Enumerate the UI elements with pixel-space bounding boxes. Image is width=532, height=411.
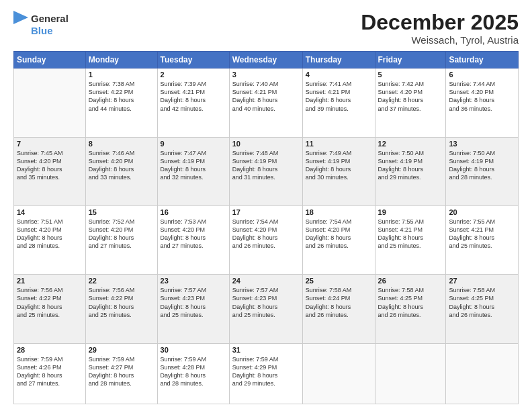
table-row: 20Sunrise: 7:55 AMSunset: 4:21 PMDayligh… (446, 205, 519, 274)
day-number: 29 (89, 346, 154, 354)
table-row: 17Sunrise: 7:54 AMSunset: 4:20 PMDayligh… (229, 205, 302, 274)
month-title: December 2025 (361, 11, 519, 34)
day-number: 14 (17, 208, 83, 216)
page-header: General Blue December 2025 Weissach, Tyr… (13, 11, 519, 46)
day-number: 18 (306, 208, 372, 216)
logo-triangle-icon (13, 11, 28, 36)
location-subtitle: Weissach, Tyrol, Austria (361, 34, 519, 46)
day-info: Sunrise: 7:56 AMSunset: 4:22 PMDaylight:… (89, 286, 154, 319)
table-row: 11Sunrise: 7:49 AMSunset: 4:19 PMDayligh… (302, 137, 375, 205)
table-row: 30Sunrise: 7:59 AMSunset: 4:28 PMDayligh… (157, 343, 229, 404)
day-number: 26 (378, 277, 443, 285)
table-row: 4Sunrise: 7:41 AMSunset: 4:21 PMDaylight… (302, 68, 375, 137)
table-row: 15Sunrise: 7:52 AMSunset: 4:20 PMDayligh… (85, 205, 157, 274)
calendar-week-row: 21Sunrise: 7:56 AMSunset: 4:22 PMDayligh… (14, 275, 519, 343)
day-info: Sunrise: 7:48 AMSunset: 4:19 PMDaylight:… (232, 149, 300, 182)
col-wednesday: Wednesday (229, 52, 302, 68)
logo-blue: Blue (31, 25, 69, 37)
table-row: 21Sunrise: 7:56 AMSunset: 4:22 PMDayligh… (14, 275, 86, 343)
day-info: Sunrise: 7:42 AMSunset: 4:20 PMDaylight:… (378, 80, 443, 113)
day-number: 23 (161, 277, 226, 285)
calendar-week-row: 28Sunrise: 7:59 AMSunset: 4:26 PMDayligh… (14, 343, 519, 404)
day-number: 1 (89, 71, 154, 79)
day-info: Sunrise: 7:59 AMSunset: 4:27 PMDaylight:… (89, 355, 154, 388)
col-thursday: Thursday (302, 52, 375, 68)
day-info: Sunrise: 7:54 AMSunset: 4:20 PMDaylight:… (232, 218, 300, 250)
table-row: 28Sunrise: 7:59 AMSunset: 4:26 PMDayligh… (14, 343, 86, 404)
col-tuesday: Tuesday (157, 52, 229, 68)
table-row: 6Sunrise: 7:44 AMSunset: 4:20 PMDaylight… (446, 68, 519, 137)
day-info: Sunrise: 7:45 AMSunset: 4:20 PMDaylight:… (17, 149, 83, 182)
day-info: Sunrise: 7:50 AMSunset: 4:19 PMDaylight:… (378, 149, 443, 182)
table-row (14, 68, 86, 137)
logo-general: General (31, 13, 69, 25)
day-number: 13 (449, 140, 515, 148)
day-number: 10 (232, 140, 300, 148)
table-row: 2Sunrise: 7:39 AMSunset: 4:21 PMDaylight… (157, 68, 229, 137)
table-row: 1Sunrise: 7:38 AMSunset: 4:22 PMDaylight… (85, 68, 157, 137)
table-row: 12Sunrise: 7:50 AMSunset: 4:19 PMDayligh… (375, 137, 446, 205)
table-row: 24Sunrise: 7:57 AMSunset: 4:23 PMDayligh… (229, 275, 302, 343)
day-info: Sunrise: 7:55 AMSunset: 4:21 PMDaylight:… (378, 218, 443, 250)
day-info: Sunrise: 7:59 AMSunset: 4:29 PMDaylight:… (232, 355, 300, 388)
day-info: Sunrise: 7:55 AMSunset: 4:21 PMDaylight:… (449, 218, 515, 250)
day-number: 5 (378, 71, 443, 79)
day-info: Sunrise: 7:54 AMSunset: 4:20 PMDaylight:… (306, 218, 372, 250)
day-info: Sunrise: 7:52 AMSunset: 4:20 PMDaylight:… (89, 218, 154, 250)
day-info: Sunrise: 7:49 AMSunset: 4:19 PMDaylight:… (306, 149, 372, 182)
day-number: 12 (378, 140, 443, 148)
table-row: 18Sunrise: 7:54 AMSunset: 4:20 PMDayligh… (302, 205, 375, 274)
day-info: Sunrise: 7:59 AMSunset: 4:28 PMDaylight:… (161, 355, 226, 388)
calendar-header-row: Sunday Monday Tuesday Wednesday Thursday… (14, 52, 519, 68)
col-saturday: Saturday (446, 52, 519, 68)
table-row: 9Sunrise: 7:47 AMSunset: 4:19 PMDaylight… (157, 137, 229, 205)
table-row (302, 343, 375, 404)
day-number: 15 (89, 208, 154, 216)
day-number: 16 (161, 208, 226, 216)
day-number: 9 (161, 140, 226, 148)
day-info: Sunrise: 7:53 AMSunset: 4:20 PMDaylight:… (161, 218, 226, 250)
calendar-week-row: 14Sunrise: 7:51 AMSunset: 4:20 PMDayligh… (14, 205, 519, 274)
calendar-week-row: 1Sunrise: 7:38 AMSunset: 4:22 PMDaylight… (14, 68, 519, 137)
day-number: 30 (161, 346, 226, 354)
day-number: 8 (89, 140, 154, 148)
day-info: Sunrise: 7:39 AMSunset: 4:21 PMDaylight:… (161, 80, 226, 113)
day-info: Sunrise: 7:59 AMSunset: 4:26 PMDaylight:… (17, 355, 83, 388)
day-number: 21 (17, 277, 83, 285)
day-info: Sunrise: 7:58 AMSunset: 4:24 PMDaylight:… (306, 286, 372, 319)
table-row: 16Sunrise: 7:53 AMSunset: 4:20 PMDayligh… (157, 205, 229, 274)
table-row: 14Sunrise: 7:51 AMSunset: 4:20 PMDayligh… (14, 205, 86, 274)
day-number: 7 (17, 140, 83, 148)
table-row: 27Sunrise: 7:58 AMSunset: 4:25 PMDayligh… (446, 275, 519, 343)
day-number: 20 (449, 208, 515, 216)
table-row: 29Sunrise: 7:59 AMSunset: 4:27 PMDayligh… (85, 343, 157, 404)
day-number: 22 (89, 277, 154, 285)
table-row (446, 343, 519, 404)
svg-marker-0 (13, 11, 28, 24)
day-info: Sunrise: 7:46 AMSunset: 4:20 PMDaylight:… (89, 149, 154, 182)
day-info: Sunrise: 7:50 AMSunset: 4:19 PMDaylight:… (449, 149, 515, 182)
calendar-table: Sunday Monday Tuesday Wednesday Thursday… (13, 51, 519, 404)
day-info: Sunrise: 7:58 AMSunset: 4:25 PMDaylight:… (378, 286, 443, 319)
calendar-week-row: 7Sunrise: 7:45 AMSunset: 4:20 PMDaylight… (14, 137, 519, 205)
day-info: Sunrise: 7:40 AMSunset: 4:21 PMDaylight:… (232, 80, 300, 113)
title-block: December 2025 Weissach, Tyrol, Austria (361, 11, 519, 46)
col-monday: Monday (85, 52, 157, 68)
day-number: 31 (232, 346, 300, 354)
page-container: General Blue December 2025 Weissach, Tyr… (0, 0, 532, 411)
day-info: Sunrise: 7:38 AMSunset: 4:22 PMDaylight:… (89, 80, 154, 113)
table-row: 13Sunrise: 7:50 AMSunset: 4:19 PMDayligh… (446, 137, 519, 205)
day-number: 25 (306, 277, 372, 285)
table-row: 7Sunrise: 7:45 AMSunset: 4:20 PMDaylight… (14, 137, 86, 205)
day-number: 17 (232, 208, 300, 216)
col-sunday: Sunday (14, 52, 86, 68)
day-info: Sunrise: 7:44 AMSunset: 4:20 PMDaylight:… (449, 80, 515, 113)
day-number: 2 (161, 71, 226, 79)
day-info: Sunrise: 7:57 AMSunset: 4:23 PMDaylight:… (232, 286, 300, 319)
day-number: 28 (17, 346, 83, 354)
day-number: 11 (306, 140, 372, 148)
table-row: 19Sunrise: 7:55 AMSunset: 4:21 PMDayligh… (375, 205, 446, 274)
table-row: 3Sunrise: 7:40 AMSunset: 4:21 PMDaylight… (229, 68, 302, 137)
day-number: 19 (378, 208, 443, 216)
table-row: 10Sunrise: 7:48 AMSunset: 4:19 PMDayligh… (229, 137, 302, 205)
